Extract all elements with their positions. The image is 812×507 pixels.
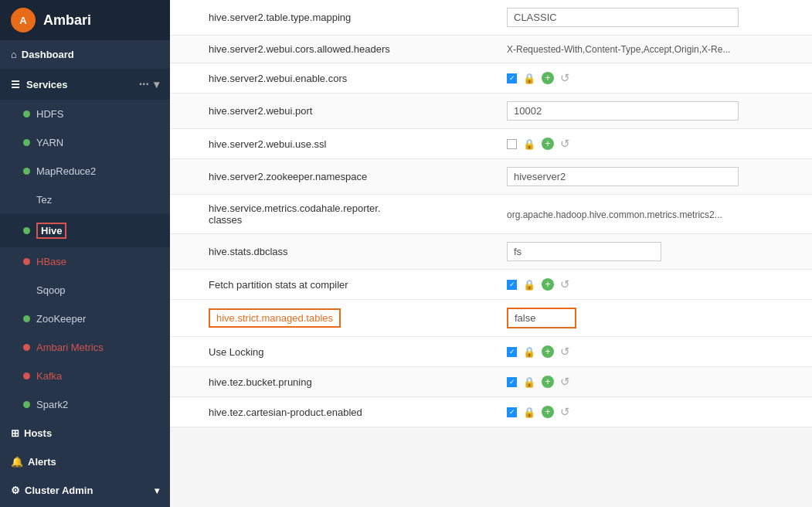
hosts-icon: ⊞ [11,427,19,439]
config-value-cell: ✓ 🔒 + ↺ [494,397,812,427]
lock-icon[interactable]: 🔒 [523,73,535,84]
plus-icon[interactable]: + [542,138,554,150]
plus-icon[interactable]: + [542,406,554,418]
sidebar-item-hive[interactable]: Hive [0,214,170,247]
plus-icon[interactable]: + [542,278,554,291]
config-value-input[interactable] [507,101,739,121]
status-dot-mapreduce2 [23,168,30,175]
config-key: hive.service.metrics.codahale.reporter.c… [170,195,494,234]
config-checkbox[interactable]: ✓ [507,377,517,387]
services-label: Services [26,79,68,90]
config-checkbox[interactable]: ✓ [507,407,517,417]
lock-icon[interactable]: 🔒 [523,407,535,418]
sidebar-item-kafka[interactable]: Kafka [0,362,170,390]
config-key: hive.server2.webui.use.ssl [170,129,494,159]
sidebar-item-hbase[interactable]: HBase [0,247,170,276]
lock-icon[interactable]: 🔒 [523,346,535,358]
config-key-highlighted: hive.strict.managed.tables [170,300,494,337]
config-value-input[interactable] [507,242,661,261]
sidebar-item-label: ZooKeeper [36,313,86,325]
refresh-icon[interactable]: ↺ [560,405,570,419]
table-row: hive.service.metrics.codahale.reporter.c… [170,195,812,234]
refresh-icon[interactable]: ↺ [560,71,570,85]
config-value-cell [494,234,812,270]
services-controls: ··· ▾ [139,77,159,91]
config-value-cell: ✓ 🔒 + ↺ [494,367,812,397]
config-icons-row: ✓ 🔒 + ↺ [507,277,800,291]
main-content: hive.server2.table.type.mapping hive.ser… [170,0,812,507]
sidebar-item-tez[interactable]: Tez [0,185,170,214]
sidebar-item-mapreduce2[interactable]: MapReduce2 [0,157,170,185]
config-key: hive.tez.bucket.pruning [170,367,494,397]
config-icons-row: 🔒 + ↺ [507,137,800,151]
plus-icon[interactable]: + [542,376,554,388]
plus-icon[interactable]: + [542,345,554,358]
config-checkbox[interactable]: ✓ [507,73,517,83]
sidebar-item-label: Cluster Admin [25,485,93,496]
sidebar-item-dashboard[interactable]: ⌂ Dashboard [0,40,170,69]
cluster-admin-icon: ⚙ [11,485,20,496]
lock-icon[interactable]: 🔒 [523,376,535,388]
sidebar-item-spark2[interactable]: Spark2 [0,390,170,419]
table-row: hive.server2.webui.enable.cors ✓ 🔒 + ↺ [170,63,812,94]
refresh-icon[interactable]: ↺ [560,277,570,291]
table-row: hive.stats.dbclass [170,234,812,270]
config-checkbox[interactable]: ✓ [507,280,517,290]
sidebar-item-label: Tez [36,194,52,206]
expand-icon[interactable]: ▾ [154,78,159,90]
sidebar-item-zookeeper[interactable]: ZooKeeper [0,305,170,333]
sidebar-logo[interactable]: A Ambari [0,0,170,40]
config-value-input[interactable] [507,8,739,27]
refresh-icon[interactable]: ↺ [560,375,570,389]
more-icon[interactable]: ··· [139,77,149,91]
table-row: hive.server2.table.type.mapping [170,0,812,36]
sidebar: A Ambari ⌂ Dashboard ☰ Services ··· ▾ HD… [0,0,170,507]
table-row: hive.server2.webui.port [170,94,812,129]
config-icons-row: ✓ 🔒 + ↺ [507,405,800,419]
config-key: hive.server2.table.type.mapping [170,0,494,36]
plus-icon[interactable]: + [542,72,554,84]
sidebar-item-cluster-admin[interactable]: ⚙ Cluster Admin ▾ [0,476,170,505]
alerts-icon: 🔔 [11,456,23,468]
config-value-cell: ✓ 🔒 + ↺ [494,337,812,367]
app-title: Ambari [43,12,91,29]
config-value-cell: org.apache.hadoop.hive.common.metrics.me… [494,195,812,234]
table-row: hive.server2.zookeeper.namespace [170,159,812,195]
sidebar-item-label: HBase [36,256,66,267]
sidebar-item-label: MapReduce2 [36,165,96,177]
sidebar-item-hdfs[interactable]: HDFS [0,100,170,128]
status-dot-hbase [23,258,30,265]
sidebar-item-yarn[interactable]: YARN [0,128,170,157]
refresh-icon[interactable]: ↺ [560,137,570,151]
config-value-cell: 🔒 + ↺ [494,129,812,159]
config-key: hive.server2.zookeeper.namespace [170,159,494,195]
table-row: hive.tez.cartesian-product.enabled ✓ 🔒 +… [170,397,812,427]
config-value-cell [494,0,812,36]
sidebar-item-label: Sqoop [36,284,66,296]
config-value-input[interactable] [507,167,739,186]
config-value-cell: ✓ 🔒 + ↺ [494,63,812,94]
sidebar-item-sqoop[interactable]: Sqoop [0,276,170,305]
sidebar-item-hosts[interactable]: ⊞ Hosts [0,419,170,447]
sidebar-services-header[interactable]: ☰ Services ··· ▾ [0,69,170,100]
config-icons-row: ✓ 🔒 + ↺ [507,375,800,389]
lock-icon[interactable]: 🔒 [523,138,535,150]
status-dot-ambari-metrics [23,344,30,351]
refresh-icon[interactable]: ↺ [560,345,570,359]
table-row: hive.tez.bucket.pruning ✓ 🔒 + ↺ [170,367,812,397]
table-row: hive.server2.webui.use.ssl 🔒 + ↺ [170,129,812,159]
sidebar-item-ambari-metrics[interactable]: Ambari Metrics [0,333,170,362]
sidebar-item-alerts[interactable]: 🔔 Alerts [0,447,170,476]
config-checkbox[interactable] [507,139,517,149]
expand-icon: ▾ [155,485,159,496]
table-row: Fetch partition stats at compiler ✓ 🔒 + … [170,270,812,300]
config-key: Use Locking [170,337,494,367]
highlighted-key: hive.strict.managed.tables [209,308,341,328]
status-dot-zookeeper [23,315,30,322]
config-table: hive.server2.table.type.mapping hive.ser… [170,0,812,427]
config-checkbox[interactable]: ✓ [507,347,517,357]
config-key: hive.tez.cartesian-product.enabled [170,397,494,427]
lock-icon[interactable]: 🔒 [523,279,535,291]
sidebar-item-label: Kafka [36,370,62,382]
config-key: hive.server2.webui.enable.cors [170,63,494,94]
